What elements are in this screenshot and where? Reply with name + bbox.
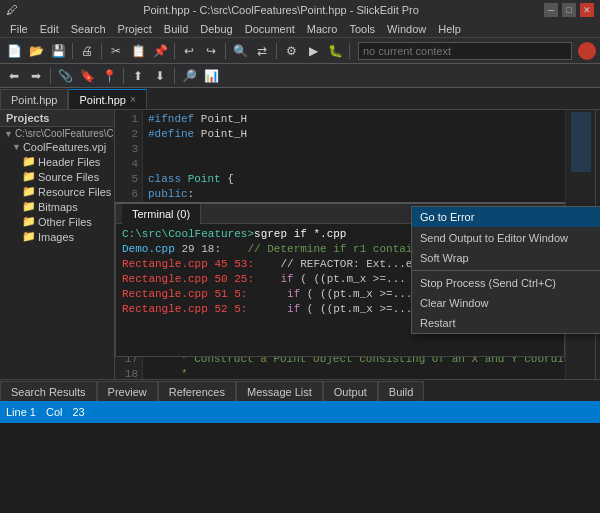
terminal-tabs: Terminal (0) <box>122 204 201 224</box>
ctx-stop-process[interactable]: Stop Process (Send Ctrl+C) Ctrl+C <box>412 273 600 293</box>
ctx-goto-error[interactable]: Go to Error Alt+1 <box>412 207 600 227</box>
toolbar-separator5 <box>276 43 277 59</box>
tab-search-results[interactable]: Search Results <box>0 381 97 401</box>
terminal-panel: Terminal (0) 📌 ⬜ ✕ C:\src\CoolFeatures>s… <box>115 202 565 357</box>
tabbar: Point.hpp Point.hpp × <box>0 88 600 110</box>
run-button[interactable]: ▶ <box>303 41 323 61</box>
folder-bitmaps-icon: 📁 <box>22 200 36 213</box>
menu-document[interactable]: Document <box>239 20 301 37</box>
tab-references[interactable]: References <box>158 381 236 401</box>
menu-search[interactable]: Search <box>65 20 112 37</box>
sidebar-header: Projects <box>0 110 114 127</box>
menu-window[interactable]: Window <box>381 20 432 37</box>
tb2-btn4[interactable]: 🔖 <box>77 66 97 86</box>
tb2-btn7[interactable]: ⬇ <box>150 66 170 86</box>
cut-button[interactable]: ✂ <box>106 41 126 61</box>
menu-file[interactable]: File <box>4 20 34 37</box>
open-button[interactable]: 📂 <box>26 41 46 61</box>
tab-point-hpp-inactive[interactable]: Point.hpp <box>0 89 68 109</box>
tb2-btn3[interactable]: 📎 <box>55 66 75 86</box>
sidebar-item-images[interactable]: 📁 Images <box>0 229 114 244</box>
ctx-clear-window[interactable]: Clear Window Ctrl+; c <box>412 293 600 313</box>
folder-source-icon: 📁 <box>22 170 36 183</box>
new-button[interactable]: 📄 <box>4 41 24 61</box>
code-line-5: class Point { <box>148 172 591 187</box>
menu-debug[interactable]: Debug <box>194 20 238 37</box>
tb2-btn6[interactable]: ⬆ <box>128 66 148 86</box>
sidebar-item-header[interactable]: 📁 Header Files <box>0 154 114 169</box>
ctx-sep1 <box>412 270 600 271</box>
menu-edit[interactable]: Edit <box>34 20 65 37</box>
sidebar: Projects ▼ C:\src\CoolFeatures\CoolFeat.… <box>0 110 115 379</box>
tab-point-hpp-active[interactable]: Point.hpp × <box>68 89 146 109</box>
tb2-btn9[interactable]: 📊 <box>201 66 221 86</box>
code-line-3 <box>148 142 591 157</box>
ctx-goto-error-label: Go to Error <box>420 211 474 223</box>
statusbar: Line 1 Col 23 <box>0 401 600 423</box>
sidebar-item-resource[interactable]: 📁 Resource Files <box>0 184 114 199</box>
terminal-tab-0[interactable]: Terminal (0) <box>122 204 201 224</box>
tb2-btn5[interactable]: 📍 <box>99 66 119 86</box>
debug-button[interactable]: 🐛 <box>325 41 345 61</box>
undo-button[interactable]: ↩ <box>179 41 199 61</box>
search-button[interactable]: 🔍 <box>230 41 250 61</box>
code-line-2: #define Point_H <box>148 127 591 142</box>
menu-help[interactable]: Help <box>432 20 467 37</box>
ctx-restart[interactable]: Restart Ctrl+; r <box>412 313 600 333</box>
titlebar-controls: ─ □ ✕ <box>544 3 594 17</box>
tab-build[interactable]: Build <box>378 381 424 401</box>
tb2-sep1 <box>50 68 51 84</box>
menu-build[interactable]: Build <box>158 20 194 37</box>
titlebar: 🖊 Point.hpp - C:\src\CoolFeatures\Point.… <box>0 0 600 20</box>
ctx-send-output[interactable]: Send Output to Editor Window ▶ <box>412 227 600 248</box>
tb2-sep3 <box>174 68 175 84</box>
statusbar-col-label: Col <box>46 406 63 418</box>
stop-button[interactable] <box>578 42 596 60</box>
sidebar-root-label: C:\src\CoolFeatures\CoolFeat... <box>15 128 114 139</box>
menu-tools[interactable]: Tools <box>343 20 381 37</box>
tab-message-list[interactable]: Message List <box>236 381 323 401</box>
menu-macro[interactable]: Macro <box>301 20 344 37</box>
tb2-sep2 <box>123 68 124 84</box>
copy-button[interactable]: 📋 <box>128 41 148 61</box>
sidebar-item-other[interactable]: 📁 Other Files <box>0 214 114 229</box>
maximize-button[interactable]: □ <box>562 3 576 17</box>
tree-arrow-icon: ▼ <box>4 129 13 139</box>
toolbar-separator2 <box>101 43 102 59</box>
sidebar-resource-label: Resource Files <box>38 186 111 198</box>
paste-button[interactable]: 📌 <box>150 41 170 61</box>
minimize-button[interactable]: ─ <box>544 3 558 17</box>
sidebar-item-vpj[interactable]: ▼ CoolFeatures.vpj <box>0 140 114 154</box>
tb2-btn1[interactable]: ⬅ <box>4 66 24 86</box>
context-input[interactable] <box>358 42 572 60</box>
menu-project[interactable]: Project <box>112 20 158 37</box>
sidebar-vpj-label: CoolFeatures.vpj <box>23 141 106 153</box>
bottom-tabs: Search Results Preview References Messag… <box>0 379 600 401</box>
close-button[interactable]: ✕ <box>580 3 594 17</box>
ctx-soft-wrap[interactable]: Soft Wrap <box>412 248 600 268</box>
replace-button[interactable]: ⇄ <box>252 41 272 61</box>
tab-preview[interactable]: Preview <box>97 381 158 401</box>
sidebar-item-source[interactable]: 📁 Source Files <box>0 169 114 184</box>
main-layout: Projects ▼ C:\src\CoolFeatures\CoolFeat.… <box>0 110 600 379</box>
code-line-1: #ifndef Point_H <box>148 112 591 127</box>
statusbar-col-value: 23 <box>73 406 85 418</box>
toolbar-separator6 <box>349 43 350 59</box>
folder-images-icon: 📁 <box>22 230 36 243</box>
ctx-clear-window-label: Clear Window <box>420 297 488 309</box>
print-button[interactable]: 🖨 <box>77 41 97 61</box>
titlebar-title: Point.hpp - C:\src\CoolFeatures\Point.hp… <box>143 4 419 16</box>
toolbar-separator4 <box>225 43 226 59</box>
tab-output[interactable]: Output <box>323 381 378 401</box>
sidebar-bitmaps-label: Bitmaps <box>38 201 78 213</box>
tb2-btn2[interactable]: ➡ <box>26 66 46 86</box>
ctx-stop-process-label: Stop Process (Send Ctrl+C) <box>420 277 556 289</box>
save-button[interactable]: 💾 <box>48 41 68 61</box>
build-button[interactable]: ⚙ <box>281 41 301 61</box>
toolbar-separator3 <box>174 43 175 59</box>
sidebar-item-bitmaps[interactable]: 📁 Bitmaps <box>0 199 114 214</box>
tb2-btn8[interactable]: 🔎 <box>179 66 199 86</box>
redo-button[interactable]: ↪ <box>201 41 221 61</box>
sidebar-root[interactable]: ▼ C:\src\CoolFeatures\CoolFeat... <box>0 127 114 140</box>
tab-close-icon[interactable]: × <box>130 94 136 105</box>
